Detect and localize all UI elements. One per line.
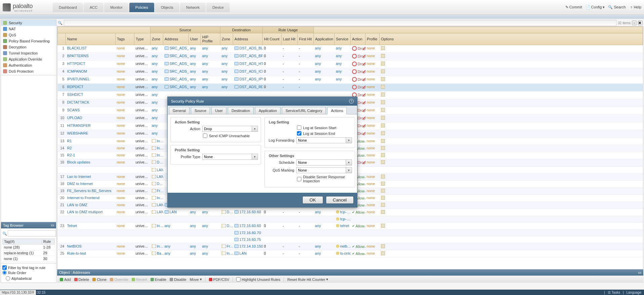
col-svc[interactable]: Service (335, 33, 351, 45)
chevron-down-icon[interactable] (346, 159, 352, 165)
tab-monitor[interactable]: Monitor (104, 3, 129, 12)
tag-col-rule[interactable]: Rule (42, 239, 54, 245)
dlg-tab-source[interactable]: Source (191, 107, 210, 114)
options-icon[interactable] (381, 131, 385, 135)
sidebar-item-security[interactable]: Security (1, 20, 56, 26)
cancel-button[interactable]: Cancel (326, 196, 354, 204)
options-icon[interactable] (381, 62, 385, 66)
search-icon[interactable]: 🔍 (58, 21, 62, 25)
dlg-tab-application[interactable]: Application (255, 107, 281, 114)
tab-device[interactable]: Device (206, 3, 230, 12)
policy-row[interactable]: 5IPV6TUNNELnoneuniversalanySRC_ADS_I…any… (58, 76, 643, 84)
col-opts[interactable]: Options (380, 33, 643, 45)
col-app[interactable]: Application (314, 33, 335, 45)
dlg-tab-user[interactable]: User (211, 107, 226, 114)
chevron-down-icon[interactable] (346, 137, 352, 143)
highlight-checkbox[interactable]: Highlight Unused Rules (236, 277, 280, 282)
col-act[interactable]: Action (351, 33, 366, 45)
collapse-icon[interactable]: ▭ (51, 223, 54, 227)
sidebar-item-authentication[interactable]: Authentication (1, 62, 56, 68)
options-icon[interactable] (381, 182, 385, 186)
reset-hit-dropdown[interactable]: Reset Rule Hit Counter ▾ (287, 277, 328, 282)
dlg-tab-service-url-category[interactable]: Service/URL Category (282, 107, 326, 114)
pdfcsv-button[interactable]: PDF/CSV (209, 278, 229, 282)
delete-button[interactable]: Delete (74, 278, 89, 282)
policy-row[interactable]: 23TelnetnoneuniversalIn…anyanyanyD…172.1… (58, 223, 643, 230)
sidebar-item-decryption[interactable]: Decryption (1, 44, 56, 50)
commit-link[interactable]: ✎ Commit (565, 5, 582, 9)
clear-filter-icon[interactable]: ✖ (638, 21, 643, 25)
tab-policies[interactable]: Policies (129, 3, 154, 12)
chevron-down-icon[interactable] (252, 154, 258, 160)
log-end-checkbox[interactable]: Log at Session End (297, 131, 352, 136)
sidebar-item-policy-based-forwarding[interactable]: Policy Based Forwarding (1, 38, 56, 44)
sidebar-item-dos-protection[interactable]: DoS Protection (1, 68, 56, 74)
policy-row[interactable]: 1BLACKLISTnoneuniversalanySRC_ADS_B…anya… (58, 45, 643, 53)
options-icon[interactable] (381, 100, 385, 104)
options-icon[interactable] (381, 85, 385, 89)
clone-button[interactable]: Clone (92, 278, 106, 282)
sidebar-item-tunnel-inspection[interactable]: Tunnel Inspection (1, 50, 56, 56)
col-daddr[interactable]: Address (233, 33, 263, 45)
options-icon[interactable] (381, 46, 385, 50)
col-type[interactable]: Type (134, 33, 151, 45)
tag-search-input[interactable] (8, 230, 56, 236)
options-icon[interactable] (381, 146, 385, 150)
col-name[interactable]: Name (66, 33, 116, 45)
ok-button[interactable]: OK (302, 196, 323, 204)
options-icon[interactable] (381, 244, 385, 248)
options-icon[interactable] (381, 210, 385, 214)
dlg-tab-actions[interactable]: Actions (327, 107, 347, 114)
policy-row[interactable]: 6RDPDICTnoneuniversalanySRC_ADS_R…anyany… (58, 84, 643, 91)
col-tags[interactable]: Tags (116, 33, 134, 45)
policy-row[interactable]: 25Rule-to-testnoneuniversalBa…anyanyanyI… (58, 250, 643, 257)
options-icon[interactable] (381, 203, 385, 207)
policy-row[interactable]: 24NetBIOSnoneuniversalIn…anyanyanyFr…172… (58, 243, 643, 250)
col-user[interactable]: User (189, 33, 201, 45)
options-icon[interactable] (381, 251, 385, 255)
dlg-tab-general[interactable]: General (169, 107, 189, 114)
tag-row[interactable]: none (28)1-28 (3, 245, 55, 250)
tag-col-tag[interactable]: Tag(#) (3, 239, 42, 245)
rule-order-radio[interactable]: Rule Order (2, 270, 55, 275)
options-icon[interactable] (381, 189, 385, 193)
config-dropdown[interactable]: 📄 Config ▾ (586, 5, 605, 9)
filter-first-checkbox[interactable]: Filter by first tag in rule (2, 265, 55, 270)
search-icon[interactable]: 🔍 (2, 231, 7, 236)
col-hip[interactable]: HIP Profile (201, 33, 220, 45)
col-fh[interactable]: First Hit (298, 33, 314, 45)
dialog-help-icon[interactable]: ? (349, 99, 354, 104)
policy-row[interactable]: 4ICMPANOMnoneuniversalanySRC_ADS_I…anyan… (58, 68, 643, 76)
log-start-checkbox[interactable]: Log at Session Start (297, 125, 352, 130)
tab-network[interactable]: Network (180, 3, 206, 12)
enable-button[interactable]: Enable (151, 278, 166, 282)
tag-row[interactable]: replace-testing (1)29 (3, 250, 55, 256)
tab-objects[interactable]: Objects (155, 3, 179, 12)
help-link[interactable]: ?Help (629, 5, 641, 10)
tag-row[interactable]: none (1)30 (3, 256, 55, 262)
qos-combo[interactable] (296, 167, 352, 173)
filter-input[interactable] (64, 20, 616, 26)
icmp-checkbox[interactable]: Send ICMP Unreachable (203, 134, 258, 138)
profile-type-combo[interactable] (202, 154, 258, 160)
sidebar-item-application-override[interactable]: Application Override (1, 56, 56, 62)
options-icon[interactable] (381, 123, 385, 127)
dsri-checkbox[interactable]: Disable Server Response Inspection (297, 175, 352, 183)
add-button[interactable]: Add (60, 278, 71, 282)
options-icon[interactable] (381, 69, 385, 73)
search-link[interactable]: 🔍 Search (608, 5, 626, 9)
col-szone[interactable]: Zone (151, 33, 163, 45)
chevron-down-icon[interactable] (346, 167, 352, 173)
col-saddr[interactable]: Address (163, 33, 189, 45)
col-lh[interactable]: Last Hit (282, 33, 298, 45)
policy-row[interactable]: 22LAN to DMZ multiportnoneuniversalLANLA… (58, 209, 643, 216)
options-icon[interactable] (381, 196, 385, 200)
tab-dashboard[interactable]: Dashboard (53, 3, 83, 12)
sidebar-item-qos[interactable]: QoS (1, 32, 56, 38)
col-dzone[interactable]: Zone (220, 33, 233, 45)
alphabetical-radio[interactable]: Alphabetical (6, 276, 32, 281)
options-icon[interactable] (381, 116, 385, 120)
options-icon[interactable] (381, 93, 385, 97)
disable-button[interactable]: Disable (170, 278, 186, 282)
dlg-tab-destination[interactable]: Destination (228, 107, 254, 114)
